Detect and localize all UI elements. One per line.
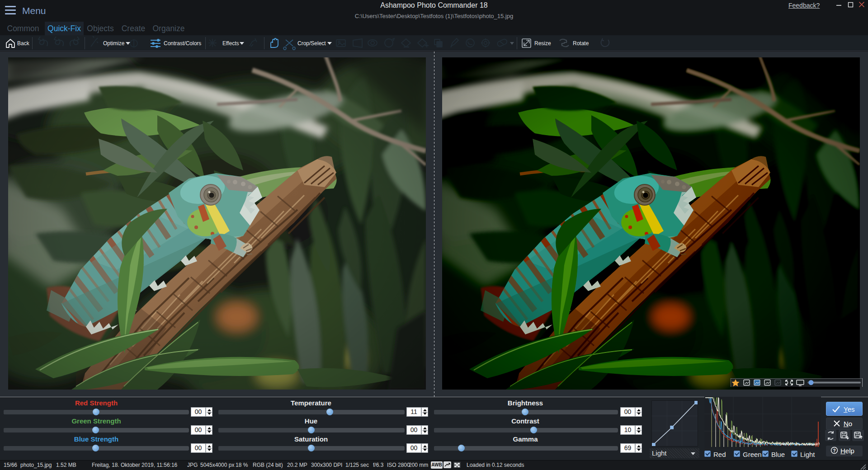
svg-text:?: ? bbox=[833, 448, 835, 453]
